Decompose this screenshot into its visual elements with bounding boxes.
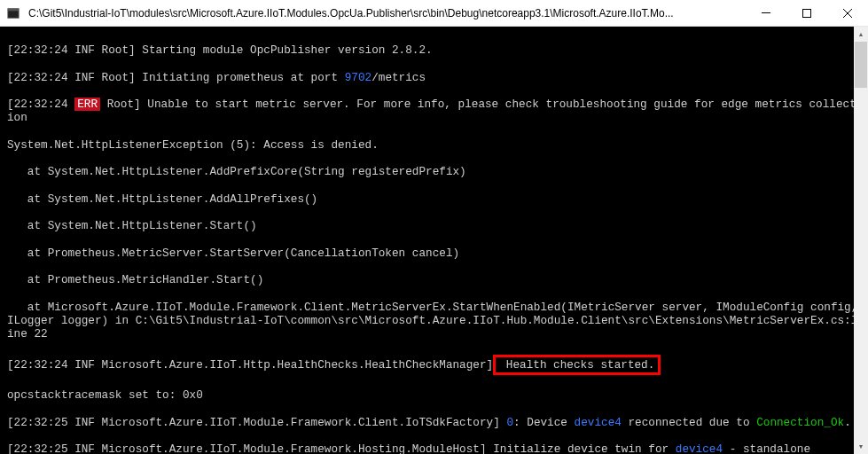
log-line: opcstacktracemask set to: 0x0 bbox=[7, 388, 861, 402]
window-title: C:\Git5\Industrial-IoT\modules\src\Micro… bbox=[27, 7, 746, 20]
close-button[interactable] bbox=[827, 0, 868, 27]
log-line: [22:32:24 INF Root] Starting module OpcP… bbox=[7, 43, 861, 57]
svg-rect-1 bbox=[8, 8, 19, 11]
error-badge: ERR bbox=[74, 98, 100, 111]
scrollbar-track[interactable] bbox=[854, 42, 868, 439]
maximize-button[interactable] bbox=[786, 0, 827, 27]
log-line: [22:32:25 INF Microsoft.Azure.IIoT.Modul… bbox=[7, 442, 861, 454]
log-line: [22:32:24 INF Microsoft.Azure.IIoT.Http.… bbox=[7, 355, 861, 375]
svg-rect-3 bbox=[803, 9, 811, 17]
log-line: System.Net.HttpListenerException (5): Ac… bbox=[7, 138, 861, 152]
app-icon bbox=[0, 7, 27, 20]
svg-rect-2 bbox=[762, 12, 770, 13]
minimize-button[interactable] bbox=[746, 0, 786, 27]
log-line: at System.Net.HttpListener.AddPrefixCore… bbox=[7, 165, 861, 178]
scroll-up-arrow[interactable]: ▴ bbox=[854, 27, 868, 42]
log-line: at System.Net.HttpListener.Start() bbox=[7, 219, 861, 232]
highlight-box: Health checks started. bbox=[493, 355, 661, 375]
log-line: [22:32:24 INF Root] Initiating prometheu… bbox=[7, 71, 861, 84]
log-line: at Microsoft.Azure.IIoT.Module.Framework… bbox=[7, 301, 861, 341]
scroll-down-arrow[interactable]: ▾ bbox=[854, 439, 868, 454]
vertical-scrollbar[interactable]: ▴ ▾ bbox=[854, 27, 868, 454]
log-line: at Prometheus.MetricHandler.Start() bbox=[7, 273, 861, 286]
log-line: at System.Net.HttpListener.AddAllPrefixe… bbox=[7, 192, 861, 206]
log-line: [22:32:24 ERR Root] Unable to start metr… bbox=[7, 98, 861, 124]
console-output: [22:32:24 INF Root] Starting module OpcP… bbox=[0, 27, 868, 454]
window-controls bbox=[746, 0, 868, 27]
log-line: [22:32:25 INF Microsoft.Azure.IIoT.Modul… bbox=[7, 416, 861, 429]
log-line: at Prometheus.MetricServer.StartServer(C… bbox=[7, 247, 861, 260]
scrollbar-thumb[interactable] bbox=[855, 42, 867, 88]
window-titlebar: C:\Git5\Industrial-IoT\modules\src\Micro… bbox=[0, 0, 868, 27]
